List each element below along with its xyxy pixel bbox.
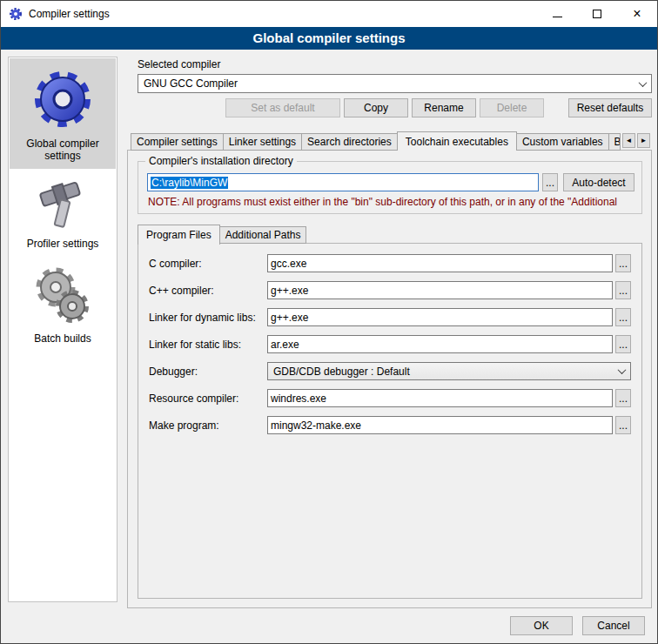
linker-static-browse-button[interactable]: ... — [615, 335, 631, 353]
installation-directory-input[interactable]: C:\raylib\MinGW — [147, 173, 539, 191]
settings-sidebar: Global compiler settings Profiler settin… — [8, 57, 118, 602]
caption-buttons: × — [537, 1, 657, 27]
compiler-actions: Set as default Copy Rename Delete Reset … — [127, 98, 652, 117]
installation-directory-note: NOTE: All programs must exist either in … — [148, 196, 634, 208]
form-row-debugger: Debugger: GDB/CDB debugger : Default — [149, 362, 631, 380]
installation-directory-group-title: Compiler's installation directory — [145, 155, 297, 167]
main-panel: Selected compiler GNU GCC Compiler Set a… — [127, 50, 652, 643]
field-value: gcc.exe — [271, 258, 306, 270]
resource-compiler-browse-button[interactable]: ... — [615, 389, 631, 407]
delete-button[interactable]: Delete — [480, 98, 544, 117]
selected-compiler-value: GNU GCC Compiler — [144, 77, 238, 90]
c-compiler-browse-button[interactable]: ... — [615, 254, 631, 272]
field-label: Resource compiler: — [149, 392, 267, 405]
field-label: Debugger: — [149, 366, 267, 378]
sidebar-item-label: Profiler settings — [27, 238, 99, 250]
form-row-linker-dynamic: Linker for dynamic libs: g++.exe ... — [149, 308, 631, 326]
form-row-c-compiler: C compiler: gcc.exe ... — [149, 254, 631, 272]
tab-search-directories[interactable]: Search directories — [301, 133, 398, 151]
auto-detect-button[interactable]: Auto-detect — [563, 173, 634, 191]
tab-scroll-left-icon[interactable]: ◄ — [622, 133, 635, 148]
field-value: GDB/CDB debugger : Default — [273, 366, 410, 378]
ok-button[interactable]: OK — [510, 616, 573, 635]
tab-linker-settings[interactable]: Linker settings — [223, 133, 302, 151]
subtab-program-files[interactable]: Program Files — [138, 225, 220, 245]
batch-builds-icon — [31, 265, 94, 327]
cpp-compiler-input[interactable]: g++.exe — [267, 281, 613, 299]
reset-defaults-button[interactable]: Reset defaults — [568, 98, 652, 117]
chevron-down-icon — [634, 76, 650, 91]
tab-compiler-settings[interactable]: Compiler settings — [131, 133, 224, 151]
form-row-cpp-compiler: C++ compiler: g++.exe ... — [149, 281, 631, 299]
app-icon — [9, 7, 23, 21]
installation-directory-group: Compiler's installation directory C:\ray… — [138, 161, 642, 214]
toolchain-executables-panel: Compiler's installation directory C:\ray… — [127, 150, 652, 608]
program-files-panel: C compiler: gcc.exe ... C++ compiler: g+… — [138, 243, 642, 599]
rename-button[interactable]: Rename — [412, 98, 476, 117]
sidebar-item-profiler-settings[interactable]: Profiler settings — [10, 169, 116, 257]
form-row-linker-static: Linker for static libs: ar.exe ... — [149, 335, 631, 353]
chevron-down-icon — [614, 364, 629, 379]
tab-toolchain-executables[interactable]: Toolchain executables — [397, 131, 517, 151]
field-label: Linker for dynamic libs: — [149, 312, 267, 324]
dialog-footer: OK Cancel — [510, 616, 645, 635]
copy-button[interactable]: Copy — [344, 98, 408, 117]
field-label: C compiler: — [149, 258, 267, 270]
debugger-dropdown[interactable]: GDB/CDB debugger : Default — [267, 362, 631, 380]
dialog-content: Global compiler settings Profiler settin… — [1, 50, 657, 643]
resource-compiler-input[interactable]: windres.exe — [267, 389, 613, 407]
field-label: C++ compiler: — [149, 285, 267, 297]
field-value: windres.exe — [271, 392, 326, 405]
tab-scroll-right-icon[interactable]: ► — [637, 133, 650, 148]
page-title: Global compiler settings — [1, 27, 657, 50]
field-value: g++.exe — [271, 312, 308, 324]
installation-directory-selected-text: C:\raylib\MinGW — [151, 177, 228, 189]
field-value: ar.exe — [271, 339, 299, 351]
linker-dynamic-input[interactable]: g++.exe — [267, 308, 613, 326]
close-icon[interactable]: × — [617, 1, 657, 27]
subtab-additional-paths[interactable]: Additional Paths — [219, 226, 307, 244]
field-value: mingw32-make.exe — [271, 419, 361, 432]
set-as-default-button[interactable]: Set as default — [225, 98, 340, 117]
compiler-settings-dialog: Compiler settings × Global compiler sett… — [0, 0, 658, 644]
linker-static-input[interactable]: ar.exe — [267, 335, 613, 353]
cpp-compiler-browse-button[interactable]: ... — [615, 281, 631, 299]
settings-tabbar: Compiler settings Linker settings Search… — [131, 131, 652, 151]
tab-custom-variables[interactable]: Custom variables — [516, 133, 609, 151]
selected-compiler-label: Selected compiler — [138, 58, 652, 70]
linker-dynamic-browse-button[interactable]: ... — [615, 308, 631, 326]
titlebar: Compiler settings × — [1, 1, 657, 27]
sidebar-item-label: Batch builds — [34, 332, 91, 345]
sidebar-item-batch-builds[interactable]: Batch builds — [10, 257, 116, 352]
installation-directory-row: C:\raylib\MinGW ... Auto-detect — [147, 173, 634, 191]
blue-gear-icon — [30, 66, 96, 132]
minimize-icon[interactable] — [537, 1, 577, 27]
c-compiler-input[interactable]: gcc.exe — [267, 254, 613, 272]
cancel-button[interactable]: Cancel — [582, 616, 645, 635]
window-title: Compiler settings — [29, 8, 110, 20]
profiler-icon — [36, 177, 90, 232]
maximize-icon[interactable] — [577, 1, 617, 27]
field-value: g++.exe — [271, 285, 308, 297]
field-label: Linker for static libs: — [149, 339, 267, 351]
make-program-input[interactable]: mingw32-make.exe — [267, 416, 613, 434]
selected-compiler-dropdown[interactable]: GNU GCC Compiler — [138, 74, 652, 93]
sidebar-item-label: Global compiler settings — [11, 138, 114, 162]
form-row-make-program: Make program: mingw32-make.exe ... — [149, 416, 631, 434]
tab-build-options[interactable]: Build options — [608, 133, 621, 151]
tab-scroll-buttons: ◄ ► — [622, 133, 650, 148]
executables-subtabs: Program Files Additional Paths — [138, 225, 651, 244]
field-label: Make program: — [149, 419, 267, 432]
sidebar-item-global-compiler-settings[interactable]: Global compiler settings — [10, 58, 116, 169]
installation-directory-browse-button[interactable]: ... — [542, 173, 558, 191]
make-program-browse-button[interactable]: ... — [615, 416, 631, 434]
form-row-resource-compiler: Resource compiler: windres.exe ... — [149, 389, 631, 407]
